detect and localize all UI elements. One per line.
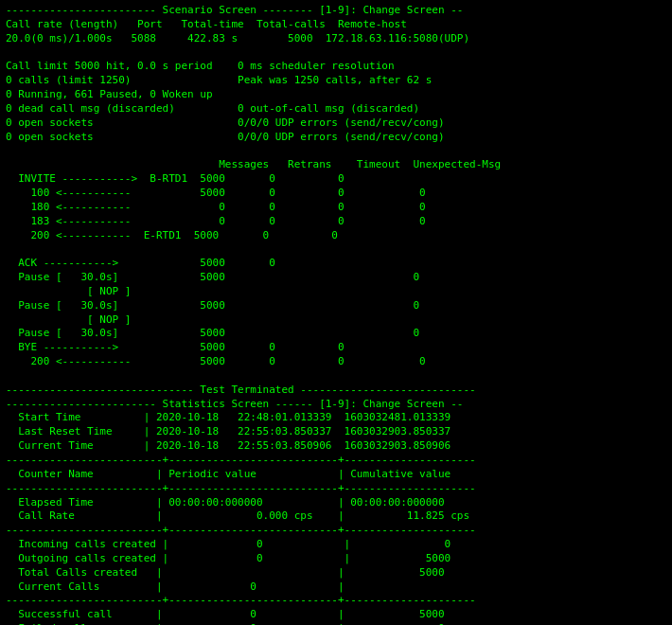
terminal-output: ------------------------ Scenario Screen… [2, 2, 670, 625]
terminal-window: ------------------------ Scenario Screen… [0, 0, 672, 625]
